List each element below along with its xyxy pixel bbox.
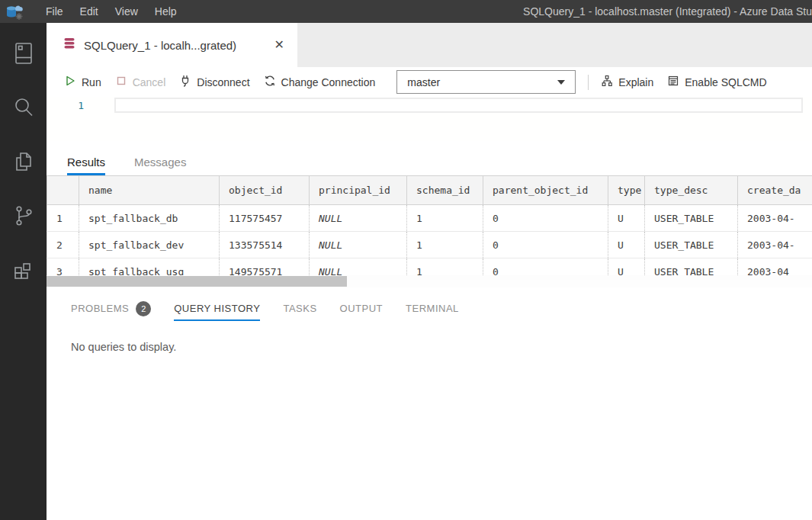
- cancel-button[interactable]: Cancel: [115, 75, 166, 89]
- grid-column-header[interactable]: name: [79, 176, 220, 205]
- grid-cell[interactable]: 117575457: [220, 205, 310, 232]
- run-label: Run: [82, 76, 101, 88]
- tab-query-history[interactable]: QUERY HISTORY: [174, 297, 260, 321]
- row-number-cell[interactable]: 3: [47, 258, 79, 276]
- tab-problems[interactable]: PROBLEMS 2: [71, 297, 151, 321]
- grid-column-header[interactable]: type: [608, 176, 645, 205]
- grid-cell[interactable]: spt_fallback_db: [79, 205, 220, 232]
- problems-label: PROBLEMS: [71, 303, 129, 314]
- database-icon: [63, 37, 76, 53]
- activity-bar-connections[interactable]: [5, 40, 42, 70]
- enable-sqlcmd-button[interactable]: Enable SQLCMD: [667, 75, 766, 89]
- grid-cell[interactable]: USER_TABLE: [645, 232, 738, 258]
- sql-editor[interactable]: 1: [47, 97, 812, 141]
- disconnect-button[interactable]: Disconnect: [179, 75, 249, 89]
- grid-column-header[interactable]: object_id: [220, 176, 310, 205]
- chevron-down-icon: [557, 80, 565, 85]
- tab-sqlquery1[interactable]: SQLQuery_1 - localh...grated) ✕: [47, 23, 297, 67]
- tab-output[interactable]: OUTPUT: [340, 297, 383, 321]
- grid-cell[interactable]: U: [608, 205, 645, 232]
- change-connection-button[interactable]: Change Connection: [264, 75, 376, 89]
- grid-cell[interactable]: NULL: [310, 258, 407, 276]
- disconnect-label: Disconnect: [197, 76, 249, 88]
- grid-column-header[interactable]: create_da: [738, 176, 812, 205]
- grid-header-row: name object_id principal_id schema_id pa…: [47, 176, 812, 205]
- query-toolbar: Run Cancel Disconnect: [47, 67, 812, 97]
- empty-state-message: No queries to display.: [71, 341, 812, 353]
- row-number-cell[interactable]: 1: [47, 205, 79, 232]
- grid-cell[interactable]: U: [608, 232, 645, 258]
- explain-button[interactable]: Explain: [601, 75, 653, 89]
- editor-tab-bar: SQLQuery_1 - localh...grated) ✕: [47, 23, 812, 67]
- activity-bar-extensions[interactable]: [5, 256, 42, 287]
- grid-column-header[interactable]: schema_id: [407, 176, 483, 205]
- results-grid: name object_id principal_id schema_id pa…: [47, 175, 812, 275]
- grid-cell[interactable]: spt_fallback_dev: [79, 232, 220, 258]
- grid-column-header[interactable]: parent_object_id: [483, 176, 608, 205]
- explain-label: Explain: [618, 76, 653, 88]
- grid-cell[interactable]: 133575514: [220, 232, 310, 258]
- grid-cell[interactable]: 0: [483, 258, 608, 276]
- activity-bar-source-control[interactable]: [5, 202, 42, 233]
- grid-cell[interactable]: NULL: [310, 232, 407, 258]
- cancel-label: Cancel: [133, 76, 166, 88]
- toolbar-separator: [588, 75, 589, 90]
- grid-cell[interactable]: spt_fallback_usg: [79, 258, 220, 276]
- grid-cell[interactable]: 2003-04: [738, 258, 812, 276]
- tab-terminal[interactable]: TERMINAL: [406, 297, 459, 321]
- tab-results[interactable]: Results: [67, 156, 105, 175]
- bottom-panel: PROBLEMS 2 QUERY HISTORY TASKS OUTPUT TE…: [47, 287, 812, 520]
- menu-edit[interactable]: Edit: [72, 0, 107, 23]
- grid-cell[interactable]: 1: [407, 232, 483, 258]
- tab-label: SQLQuery_1 - localh...grated): [84, 39, 265, 52]
- extensions-icon: [11, 258, 36, 285]
- grid-cell[interactable]: 2003-04-: [738, 232, 812, 258]
- activity-bar-notebooks[interactable]: [5, 148, 42, 178]
- activity-bar-search[interactable]: [5, 94, 42, 124]
- grid-column-header[interactable]: [47, 176, 79, 205]
- grid-cell[interactable]: USER_TABLE: [645, 205, 738, 232]
- search-icon: [11, 95, 36, 123]
- change-connection-label: Change Connection: [281, 76, 376, 88]
- row-number-cell[interactable]: 2: [47, 232, 79, 258]
- tab-tasks[interactable]: TASKS: [283, 297, 316, 321]
- title-bar: File Edit View Help SQLQuery_1 - localho…: [0, 0, 812, 23]
- grid-cell[interactable]: 1: [407, 258, 483, 276]
- source-control-icon: [11, 204, 36, 231]
- app-logo-icon: [5, 3, 27, 21]
- tab-messages[interactable]: Messages: [134, 156, 186, 175]
- line-number: 1: [47, 99, 84, 113]
- activity-bar: [0, 23, 47, 520]
- grid-cell[interactable]: USER_TABLE: [645, 258, 738, 276]
- scrollbar-thumb[interactable]: [47, 276, 347, 287]
- enable-sqlcmd-icon: [667, 75, 679, 89]
- window-title: SQLQuery_1 - localhost.master (Integrate…: [515, 5, 812, 18]
- menu-view[interactable]: View: [107, 0, 146, 23]
- grid-cell[interactable]: 2003-04-: [738, 205, 812, 232]
- database-dropdown[interactable]: master: [396, 70, 576, 94]
- database-dropdown-value: master: [407, 76, 440, 88]
- run-icon: [64, 75, 76, 89]
- grid-cell[interactable]: 0: [483, 205, 608, 232]
- grid-column-header[interactable]: principal_id: [310, 176, 407, 205]
- grid-column-header[interactable]: type_desc: [645, 176, 738, 205]
- run-button[interactable]: Run: [64, 75, 101, 89]
- menu-file[interactable]: File: [37, 0, 72, 23]
- grid-cell[interactable]: 0: [483, 232, 608, 258]
- grid-cell[interactable]: U: [608, 258, 645, 276]
- panel-tab-bar: PROBLEMS 2 QUERY HISTORY TASKS OUTPUT TE…: [71, 297, 812, 321]
- close-icon[interactable]: ✕: [272, 38, 287, 52]
- change-connection-icon: [264, 75, 276, 89]
- grid-cell[interactable]: NULL: [310, 205, 407, 232]
- grid-cell[interactable]: 149575571: [220, 258, 310, 276]
- current-line-highlight: [114, 98, 803, 113]
- explain-icon: [601, 75, 613, 89]
- table-row: 1 spt_fallback_db 117575457 NULL 1 0 U U…: [47, 205, 812, 232]
- cancel-icon: [115, 75, 127, 89]
- connections-icon: [11, 41, 36, 69]
- horizontal-scrollbar[interactable]: [47, 275, 812, 287]
- main-area: SQLQuery_1 - localh...grated) ✕ Run Canc…: [47, 23, 812, 520]
- grid-cell[interactable]: 1: [407, 205, 483, 232]
- menu-help[interactable]: Help: [146, 0, 185, 23]
- table-row: 3 spt_fallback_usg 149575571 NULL 1 0 U …: [47, 258, 812, 276]
